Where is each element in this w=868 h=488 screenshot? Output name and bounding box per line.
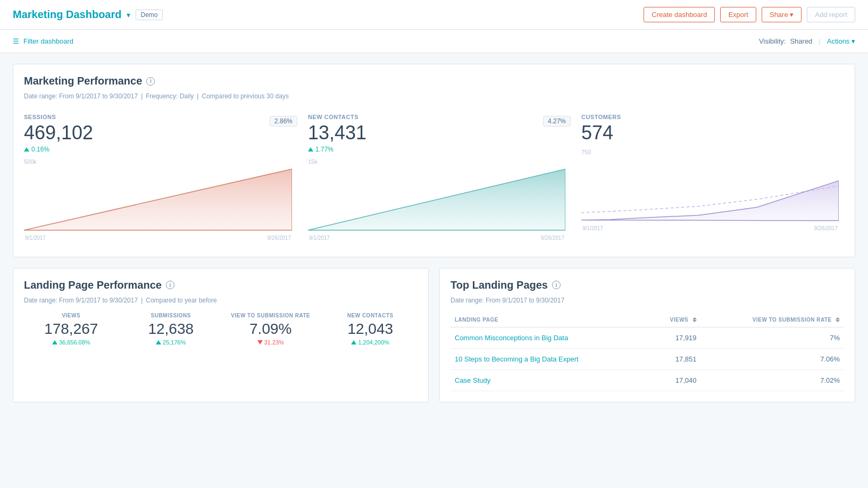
lp-views: VIEWS 178,267 36,656.08%: [24, 313, 119, 346]
customers-chart-start: 9/1/2017: [582, 225, 603, 231]
sessions-change: 0.16%: [24, 146, 93, 153]
sessions-badge: 2.86%: [270, 116, 297, 127]
lp-submissions-up-icon: [156, 340, 161, 344]
new-contacts-chart: 15k 9/1/2017 9/26/2017: [308, 153, 571, 241]
landing-page-rate: 7%: [701, 327, 844, 348]
landing-page-rate: 7.06%: [701, 348, 844, 369]
top-landing-pages-table: LANDING PAGE VIEWS VIEW TO SUBMISSION RA…: [450, 313, 844, 391]
col-views[interactable]: VIEWS: [648, 313, 701, 327]
header-actions: Create dashboard Export Share ▾ Add repo…: [644, 7, 855, 22]
sessions-chart-start: 9/1/2017: [25, 235, 46, 241]
header-left: Marketing Dashboard ▾ Demo: [13, 9, 163, 21]
col-landing-page: LANDING PAGE: [450, 313, 648, 327]
lp-new-contacts-value: 12,043: [323, 321, 418, 338]
new-contacts-badge: 4.27%: [543, 116, 571, 127]
add-report-button: Add report: [807, 7, 855, 22]
table-row: Case Study 17,040 7.02%: [450, 369, 844, 391]
lp-vsr-value: 7.09%: [223, 321, 318, 338]
lp-metrics: VIEWS 178,267 36,656.08% SUBMISSIONS 12,…: [24, 313, 418, 346]
lp-vsr-change: 31.23%: [223, 339, 318, 346]
actions-button[interactable]: Actions ▾: [827, 37, 855, 45]
filter-dashboard-button[interactable]: ☰ Filter dashboard: [13, 37, 73, 45]
lp-vsr-label: VIEW TO SUBMISSION RATE: [223, 313, 318, 318]
views-sort-icon: [692, 317, 697, 322]
sessions-metric: SESSIONS 469,102 0.16% 2.86% 500k: [24, 108, 297, 246]
top-landing-pages-title: Top Landing Pages i: [450, 279, 844, 291]
sessions-chart-y: 500k: [24, 158, 37, 165]
new-contacts-chart-start: 9/1/2017: [309, 235, 330, 241]
tlp-date-range: Date range: From 9/1/2017 to 9/30/2017: [450, 297, 844, 304]
lp-new-contacts-change: 1,204,200%: [323, 339, 418, 346]
customers-chart: 750 9/1/2017: [581, 144, 844, 231]
metrics-row: SESSIONS 469,102 0.16% 2.86% 500k: [24, 108, 844, 246]
col-vsr[interactable]: VIEW TO SUBMISSION RATE: [701, 313, 844, 327]
new-contacts-change: 1.77%: [308, 146, 366, 153]
app-header: Marketing Dashboard ▾ Demo Create dashbo…: [0, 0, 868, 30]
landing-page-name: Common Misconceptions in Big Data: [450, 327, 648, 348]
lp-info-icon[interactable]: i: [166, 281, 174, 289]
demo-badge: Demo: [136, 10, 162, 20]
new-contacts-label: NEW CONTACTS: [308, 114, 366, 120]
lp-date-range: Date range: From 9/1/2017 to 9/30/2017 |…: [24, 297, 418, 304]
new-contacts-up-icon: [308, 147, 313, 152]
lp-views-up-icon: [52, 340, 57, 344]
dashboard-title: Marketing Dashboard: [13, 9, 121, 21]
customers-metric: CUSTOMERS 574 750: [571, 108, 844, 246]
svg-marker-0: [24, 169, 292, 230]
lp-view-submission-rate: VIEW TO SUBMISSION RATE 7.09% 31.23%: [223, 313, 318, 346]
tlp-info-icon[interactable]: i: [552, 281, 561, 289]
new-contacts-chart-y: 15k: [308, 158, 318, 165]
landing-page-name: 10 Steps to Becoming a Big Data Expert: [450, 348, 648, 369]
landing-page-views: 17,851: [648, 348, 701, 369]
landing-page-name: Case Study: [450, 369, 648, 391]
top-landing-pages-card: Top Landing Pages i Date range: From 9/1…: [439, 268, 855, 402]
marketing-performance-info-icon[interactable]: i: [146, 77, 155, 86]
vsr-sort-icon: [836, 317, 840, 322]
lp-new-contacts-label: NEW CONTACTS: [323, 313, 418, 318]
lp-submissions: SUBMISSIONS 12,638 25,176%: [124, 313, 219, 346]
table-row: 10 Steps to Becoming a Big Data Expert 1…: [450, 348, 844, 369]
lp-vsr-down-icon: [257, 340, 263, 344]
new-contacts-chart-end: 9/26/2017: [541, 235, 565, 241]
landing-page-performance-card: Landing Page Performance i Date range: F…: [13, 268, 429, 402]
lp-new-contacts: NEW CONTACTS 12,043 1,204,200%: [323, 313, 418, 346]
sessions-chart-end: 9/26/2017: [268, 235, 291, 241]
export-button[interactable]: Export: [720, 7, 756, 22]
landing-page-rate: 7.02%: [701, 369, 844, 391]
filter-icon: ☰: [13, 37, 19, 45]
landing-page-views: 17,040: [648, 369, 701, 391]
bottom-row: Landing Page Performance i Date range: F…: [13, 268, 855, 413]
lp-views-label: VIEWS: [24, 313, 119, 318]
landing-page-views: 17,919: [648, 327, 701, 348]
lp-submissions-change: 25,176%: [124, 339, 219, 346]
main-content: Marketing Performance i Date range: From…: [0, 53, 868, 424]
customers-value: 574: [581, 122, 621, 144]
lp-new-contacts-up-icon: [351, 340, 356, 344]
svg-marker-1: [308, 169, 565, 230]
lp-submissions-value: 12,638: [124, 321, 219, 338]
create-dashboard-button[interactable]: Create dashboard: [644, 7, 715, 22]
visibility-value: Shared: [790, 37, 812, 45]
share-button[interactable]: Share ▾: [762, 7, 802, 22]
sessions-value: 469,102: [24, 122, 93, 144]
sessions-up-icon: [24, 147, 29, 152]
filter-label: Filter dashboard: [23, 37, 73, 45]
title-chevron-icon[interactable]: ▾: [127, 11, 130, 19]
visibility-label: Visibility:: [759, 37, 786, 45]
lp-views-change: 36,656.08%: [24, 339, 119, 346]
svg-marker-2: [581, 181, 839, 221]
sessions-label: SESSIONS: [24, 114, 93, 120]
filter-bar: ☰ Filter dashboard Visibility: Shared | …: [0, 30, 868, 53]
landing-page-performance-title: Landing Page Performance i: [24, 279, 418, 291]
customers-chart-end: 9/26/2017: [814, 225, 838, 231]
filter-right: Visibility: Shared | Actions ▾: [759, 37, 855, 45]
customers-chart-y: 750: [581, 149, 591, 155]
sessions-chart: 500k 9/1/2017 9/26/2017: [24, 153, 297, 241]
marketing-performance-date-range: Date range: From 9/1/2017 to 9/30/2017 |…: [24, 92, 844, 100]
lp-views-value: 178,267: [24, 321, 119, 338]
customers-label: CUSTOMERS: [581, 114, 621, 120]
new-contacts-metric: NEW CONTACTS 13,431 1.77% 4.27% 15k: [297, 108, 571, 246]
marketing-performance-card: Marketing Performance i Date range: From…: [13, 64, 855, 257]
marketing-performance-title: Marketing Performance i: [24, 75, 844, 87]
table-row: Common Misconceptions in Big Data 17,919…: [450, 327, 844, 348]
